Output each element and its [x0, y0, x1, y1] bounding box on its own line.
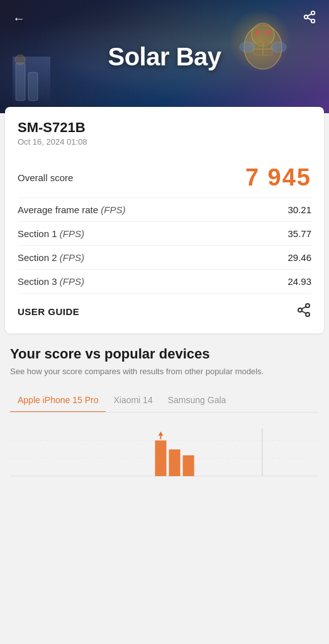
- compare-subtitle: See how your score compares with results…: [10, 366, 319, 377]
- svg-rect-14: [16, 63, 25, 101]
- svg-point-13: [271, 42, 286, 52]
- device-tabs: Apple iPhone 15 Pro Xiaomi 14 Samsung Ga…: [10, 389, 319, 413]
- svg-line-3: [308, 18, 311, 20]
- avg-fps-row: Average frame rate (FPS) 30.21: [18, 198, 311, 222]
- svg-rect-15: [28, 72, 38, 101]
- section3-row: Section 3 (FPS) 24.93: [18, 270, 311, 294]
- share-nav-button[interactable]: [300, 8, 319, 28]
- section2-value: 29.46: [287, 252, 311, 263]
- overall-score-label: Overall score: [18, 172, 73, 183]
- section1-row: Section 1 (FPS) 35.77: [18, 222, 311, 246]
- svg-rect-25: [155, 441, 166, 477]
- device-name: SM-S721B: [18, 119, 311, 136]
- device-date: Oct 16, 2024 01:08: [18, 137, 311, 147]
- share-nav-icon: [303, 10, 316, 24]
- score-card: SM-S721B Oct 16, 2024 01:08 Overall scor…: [5, 107, 324, 333]
- overall-score-value: 7 945: [245, 164, 311, 191]
- user-guide-label[interactable]: USER GUIDE: [18, 306, 79, 317]
- svg-marker-29: [158, 431, 163, 436]
- hero-title: Solar Bay: [108, 43, 221, 71]
- share-icon: [296, 303, 311, 318]
- share-button[interactable]: [296, 303, 311, 321]
- user-guide-row: USER GUIDE: [18, 294, 311, 323]
- svg-line-20: [302, 311, 306, 314]
- compare-section: Your score vs popular devices See how yo…: [0, 333, 329, 488]
- hero-left-deco: [9, 50, 47, 107]
- tab-xiaomi14[interactable]: Xiaomi 14: [106, 389, 160, 413]
- section1-value: 35.77: [287, 228, 311, 239]
- section3-label: Section 3 (FPS): [18, 276, 84, 287]
- avg-fps-value: 30.21: [287, 204, 311, 215]
- compare-title: Your score vs popular devices: [10, 346, 319, 362]
- avg-fps-label: Average frame rate (FPS): [18, 204, 125, 215]
- svg-line-4: [308, 14, 311, 16]
- overall-score-row: Overall score 7 945: [18, 158, 311, 198]
- hero-banner: ← Solar Bay: [0, 0, 329, 113]
- svg-point-16: [15, 55, 25, 65]
- svg-rect-27: [183, 455, 194, 476]
- svg-point-12: [240, 42, 255, 52]
- tab-samsung[interactable]: Samsung Gala: [160, 389, 234, 413]
- section2-row: Section 2 (FPS) 29.46: [18, 246, 311, 270]
- hero-navigation: ←: [0, 0, 329, 36]
- svg-line-21: [302, 307, 306, 309]
- score-chart: [10, 413, 319, 488]
- section1-label: Section 1 (FPS): [18, 228, 84, 239]
- tab-iphone15pro[interactable]: Apple iPhone 15 Pro: [10, 389, 106, 413]
- section2-label: Section 2 (FPS): [18, 252, 84, 263]
- svg-rect-26: [169, 450, 181, 477]
- chart-svg: [10, 423, 319, 488]
- back-button[interactable]: ←: [10, 9, 28, 27]
- section3-value: 24.93: [287, 276, 311, 287]
